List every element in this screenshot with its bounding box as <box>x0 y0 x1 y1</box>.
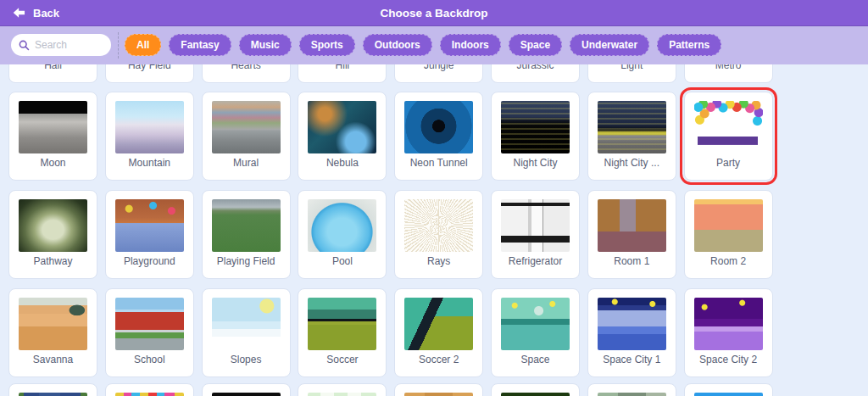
backdrop-thumbnail <box>501 393 570 396</box>
backdrop-grid: HallHay FieldHeartsHillJungleJurassicLig… <box>0 64 868 396</box>
backdrop-label: Jurassic <box>493 64 577 72</box>
backdrop-card-pool[interactable]: Pool <box>298 190 387 279</box>
filter-divider <box>118 32 119 59</box>
backdrop-card[interactable] <box>394 383 483 396</box>
backdrop-card-school[interactable]: School <box>105 288 194 377</box>
backdrop-label: Metro <box>687 64 771 72</box>
backdrop-thumbnail <box>19 101 87 153</box>
backdrop-card[interactable] <box>8 383 97 396</box>
backdrop-card-jurassic[interactable]: Jurassic <box>491 64 580 83</box>
search-box[interactable] <box>11 34 111 56</box>
backdrop-card-space-city-2[interactable]: Space City 2 <box>684 288 773 377</box>
backdrop-label: Refrigerator <box>493 255 577 268</box>
backdrop-label: Pool <box>300 255 384 268</box>
backdrop-card-space-city-1[interactable]: Space City 1 <box>587 288 676 377</box>
backdrop-card-soccer[interactable]: Soccer <box>298 288 387 377</box>
backdrop-label: Space <box>493 354 577 366</box>
backdrop-card[interactable] <box>491 383 580 396</box>
backdrop-thumbnail <box>19 393 87 396</box>
modal-header: Back Choose a Backdrop <box>0 0 868 26</box>
tag-music[interactable]: Music <box>239 34 292 56</box>
backdrop-card-mural[interactable]: Mural <box>202 92 291 181</box>
category-tags: AllFantasyMusicSportsOutdoorsIndoorsSpac… <box>125 34 721 56</box>
backdrop-card[interactable] <box>105 383 194 396</box>
back-button[interactable]: Back <box>0 0 72 25</box>
backdrop-thumbnail <box>19 199 87 252</box>
backdrop-label: Space City 2 <box>687 354 771 366</box>
backdrop-label: Playing Field <box>204 255 288 268</box>
tag-underwater[interactable]: Underwater <box>570 34 649 56</box>
tag-fantasy[interactable]: Fantasy <box>169 34 231 56</box>
backdrop-card-party[interactable]: Party <box>684 92 773 181</box>
backdrop-label: Room 1 <box>590 255 674 268</box>
backdrop-label: Hall <box>11 64 95 72</box>
backdrop-card-hill[interactable]: Hill <box>298 64 387 83</box>
backdrop-card-light[interactable]: Light <box>587 64 676 83</box>
backdrop-card-slopes[interactable]: Slopes <box>202 288 291 377</box>
backdrop-label: School <box>108 354 192 366</box>
backdrop-card-moon[interactable]: Moon <box>8 92 97 181</box>
backdrop-label: Jungle <box>397 64 481 72</box>
backdrop-card-pathway[interactable]: Pathway <box>8 190 97 279</box>
backdrop-thumbnail <box>501 199 570 252</box>
backdrop-card-mountain[interactable]: Mountain <box>105 92 194 181</box>
filter-bar: AllFantasyMusicSportsOutdoorsIndoorsSpac… <box>0 26 868 64</box>
backdrop-thumbnail <box>404 393 473 396</box>
backdrop-card-savanna[interactable]: Savanna <box>8 288 97 377</box>
backdrop-thumbnail <box>404 101 473 153</box>
backdrop-label: Rays <box>397 255 481 268</box>
backdrop-thumbnail <box>115 101 184 153</box>
backdrop-card-refrigerator[interactable]: Refrigerator <box>491 190 580 279</box>
backdrop-thumbnail <box>308 393 376 396</box>
backdrop-thumbnail <box>598 393 666 396</box>
backdrop-label: Party <box>687 157 771 170</box>
tag-outdoors[interactable]: Outdoors <box>363 34 432 56</box>
backdrop-card-soccer-2[interactable]: Soccer 2 <box>394 288 483 377</box>
backdrop-card[interactable] <box>202 383 291 396</box>
backdrop-card-hay-field[interactable]: Hay Field <box>105 64 194 83</box>
backdrop-card-room-1[interactable]: Room 1 <box>587 190 676 279</box>
backdrop-card-night-city[interactable]: Night City <box>491 92 580 181</box>
tag-sports[interactable]: Sports <box>299 34 355 56</box>
backdrop-label: Savanna <box>11 354 95 366</box>
backdrop-card-playing-field[interactable]: Playing Field <box>202 190 291 279</box>
back-label: Back <box>33 7 59 20</box>
backdrop-card-metro[interactable]: Metro <box>684 64 773 83</box>
backdrop-thumbnail <box>694 393 763 396</box>
tag-indoors[interactable]: Indoors <box>440 34 501 56</box>
backdrop-label: Neon Tunnel <box>397 157 481 170</box>
search-input[interactable] <box>35 39 103 51</box>
backdrop-card-neon-tunnel[interactable]: Neon Tunnel <box>394 92 483 181</box>
backdrop-card-playground[interactable]: Playground <box>105 190 194 279</box>
backdrop-label: Moon <box>11 157 95 170</box>
backdrop-card[interactable] <box>298 383 387 396</box>
backdrop-thumbnail <box>598 298 666 350</box>
backdrop-card-night-city[interactable]: Night City ... <box>587 92 676 181</box>
backdrop-thumbnail <box>598 199 666 252</box>
backdrop-label: Mural <box>204 157 288 170</box>
backdrop-card-nebula[interactable]: Nebula <box>298 92 387 181</box>
backdrop-thumbnail <box>115 393 184 396</box>
backdrop-label: Mountain <box>108 157 192 170</box>
backdrop-card-jungle[interactable]: Jungle <box>394 64 483 83</box>
tag-all[interactable]: All <box>125 34 161 56</box>
backdrop-card-hearts[interactable]: Hearts <box>202 64 291 83</box>
backdrop-card-space[interactable]: Space <box>491 288 580 377</box>
backdrop-label: Night City <box>493 157 577 170</box>
backdrop-label: Space City 1 <box>590 354 674 366</box>
tag-patterns[interactable]: Patterns <box>657 34 721 56</box>
backdrop-card[interactable] <box>587 383 676 396</box>
backdrop-label: Hearts <box>204 64 288 72</box>
backdrop-label: Hay Field <box>108 64 192 72</box>
backdrop-thumbnail <box>212 199 281 252</box>
tag-space[interactable]: Space <box>509 34 562 56</box>
backdrop-thumbnail <box>404 298 473 350</box>
backdrop-label: Slopes <box>204 354 288 366</box>
backdrop-label: Pathway <box>11 255 95 268</box>
backdrop-card-rays[interactable]: Rays <box>394 190 483 279</box>
backdrop-card[interactable] <box>684 383 773 396</box>
backdrop-card-hall[interactable]: Hall <box>8 64 97 83</box>
backdrop-card-room-2[interactable]: Room 2 <box>684 190 773 279</box>
backdrop-thumbnail <box>501 101 570 153</box>
backdrop-label: Light <box>590 64 674 72</box>
